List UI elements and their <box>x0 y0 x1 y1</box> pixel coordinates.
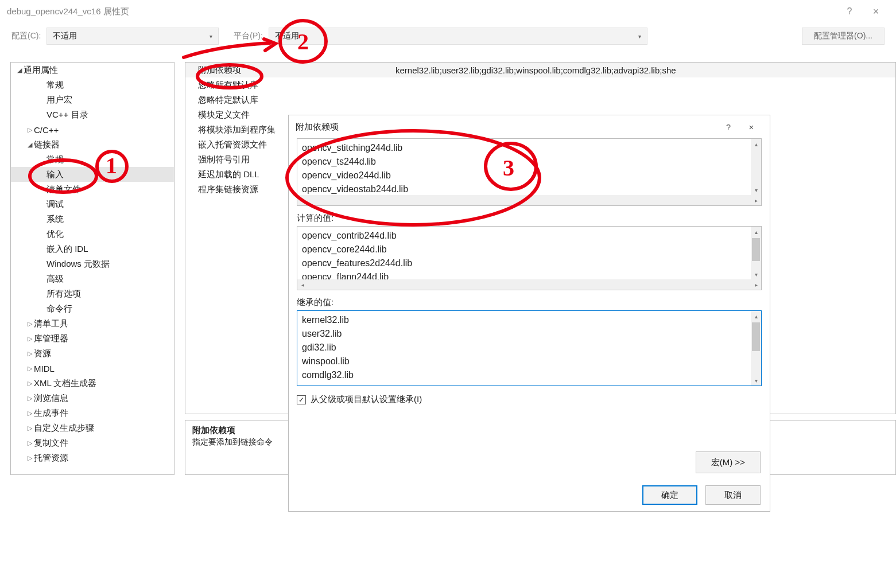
tree-item-label: 清单文件 <box>46 184 81 195</box>
scroll-thumb[interactable] <box>752 238 760 261</box>
scroll-down-icon[interactable]: ▾ <box>751 269 761 279</box>
scroll-up-icon[interactable]: ▴ <box>751 227 761 237</box>
tree-item-label: 库管理器 <box>34 333 68 344</box>
tree-item[interactable]: ▷XML 文档生成器 <box>11 376 174 391</box>
scroll-left-icon[interactable]: ◂ <box>297 197 308 204</box>
scroll-right-icon[interactable]: ▸ <box>751 197 761 204</box>
tree-item[interactable]: 所有选项 <box>11 286 174 301</box>
tree-item[interactable]: VC++ 目录 <box>11 107 174 122</box>
tree-item[interactable]: 用户宏 <box>11 92 174 107</box>
scroll-up-icon[interactable]: ▴ <box>751 139 761 149</box>
inherit-checkbox-row[interactable]: ✓ 从父级或项目默认设置继承(I) <box>297 394 762 405</box>
computed-listbox[interactable]: opencv_contrib244d.libopencv_core244d.li… <box>297 226 762 290</box>
tree-item[interactable]: Windows 元数据 <box>11 256 174 271</box>
scroll-left-icon[interactable]: ◂ <box>297 282 308 288</box>
tree-root-label: 通用属性 <box>24 65 58 76</box>
scrollbar-horizontal[interactable]: ◂ ▸ <box>297 279 761 290</box>
inherit-label: 继承的值: <box>297 297 762 308</box>
platform-label: 平台(P): <box>234 31 263 41</box>
tree-item[interactable]: ▷清单工具 <box>11 316 174 331</box>
scroll-down-icon[interactable]: ▾ <box>751 375 761 385</box>
property-row[interactable]: 附加依赖项kernel32.lib;user32.lib;gdi32.lib;w… <box>185 63 895 77</box>
scroll-right-icon[interactable]: ▸ <box>751 282 761 288</box>
expand-icon[interactable]: ▷ <box>26 439 34 447</box>
inherit-checkbox-label: 从父级或项目默认设置继承(I) <box>311 394 422 405</box>
titlebar: debug_opencv244_vc16 属性页 ? × <box>0 0 896 23</box>
scrollbar-horizontal[interactable]: ◂ ▸ <box>297 195 761 205</box>
ok-button[interactable]: 确定 <box>642 485 697 505</box>
tree-item[interactable]: ◢链接器 <box>11 137 174 152</box>
tree-item[interactable]: ▷库管理器 <box>11 331 174 346</box>
property-tree[interactable]: ◢ 通用属性 常规用户宏VC++ 目录▷C/C++◢链接器常规输入清单文件调试系… <box>10 62 174 475</box>
scroll-down-icon[interactable]: ▾ <box>751 185 761 195</box>
scroll-thumb[interactable] <box>752 322 760 351</box>
tree-item-label: 托管资源 <box>34 453 68 464</box>
tree-item-label: 调试 <box>46 199 64 210</box>
tree-root[interactable]: ◢ 通用属性 <box>11 63 174 77</box>
scrollbar-vertical[interactable]: ▴ ▾ <box>751 227 761 279</box>
tree-item[interactable]: 常规 <box>11 152 174 167</box>
expand-icon[interactable]: ▷ <box>26 410 34 417</box>
property-label: 忽略所有默认库 <box>185 80 392 91</box>
tree-item[interactable]: ▷复制文件 <box>11 435 174 450</box>
help-button[interactable]: ? <box>836 6 863 17</box>
tree-item[interactable]: 命令行 <box>11 301 174 316</box>
tree-item[interactable]: ▷C/C++ <box>11 122 174 137</box>
expand-icon[interactable]: ▷ <box>26 425 34 432</box>
tree-item[interactable]: 常规 <box>11 77 174 92</box>
tree-item[interactable]: 调试 <box>11 197 174 212</box>
tree-item[interactable]: 高级 <box>11 271 174 286</box>
checkbox-checked-icon[interactable]: ✓ <box>297 395 306 404</box>
macro-button[interactable]: 宏(M) >> <box>696 451 761 473</box>
tree-item-label: 自定义生成步骤 <box>34 423 94 434</box>
deps-edit-content[interactable]: opencv_stitching244d.libopencv_ts244d.li… <box>297 139 761 195</box>
dialog-title: 附加依赖项 <box>296 122 339 133</box>
dialog-close-button[interactable]: × <box>740 122 763 132</box>
tree-item[interactable]: ▷MIDL <box>11 361 174 376</box>
scroll-up-icon[interactable]: ▴ <box>751 311 761 321</box>
inherit-listbox[interactable]: kernel32.libuser32.libgdi32.libwinspool.… <box>297 310 762 386</box>
expand-icon[interactable]: ▷ <box>26 126 34 134</box>
tree-item[interactable]: ▷资源 <box>11 346 174 361</box>
expand-icon[interactable]: ▷ <box>26 365 34 372</box>
tree-item-label: 高级 <box>46 274 64 285</box>
tree-item[interactable]: 输入 <box>11 167 174 182</box>
tree-item[interactable]: ▷托管资源 <box>11 450 174 465</box>
tree-item[interactable]: ▷浏览信息 <box>11 391 174 406</box>
deps-edit-box[interactable]: opencv_stitching244d.libopencv_ts244d.li… <box>297 138 762 206</box>
expand-icon[interactable]: ▷ <box>26 320 34 328</box>
tree-item[interactable]: 清单文件 <box>11 182 174 197</box>
scrollbar-vertical[interactable]: ▴ ▾ <box>751 311 761 385</box>
property-row[interactable]: 忽略所有默认库 <box>185 77 895 92</box>
expand-icon[interactable]: ◢ <box>15 67 24 74</box>
platform-dropdown[interactable]: 不适用 ▾ <box>269 28 647 45</box>
property-row[interactable]: 忽略特定默认库 <box>185 92 895 107</box>
tree-item-label: 用户宏 <box>46 95 72 106</box>
tree-item-label: C/C++ <box>34 125 59 135</box>
tree-item-label: 资源 <box>34 348 51 359</box>
expand-icon[interactable]: ▷ <box>26 335 34 342</box>
expand-icon[interactable]: ▷ <box>26 380 34 387</box>
tree-item[interactable]: ▷自定义生成步骤 <box>11 420 174 435</box>
config-manager-button[interactable]: 配置管理器(O)... <box>802 28 885 45</box>
scrollbar-vertical[interactable]: ▴ ▾ <box>751 139 761 195</box>
tree-item-label: MIDL <box>34 364 55 373</box>
expand-icon[interactable]: ▷ <box>26 395 34 402</box>
expand-icon[interactable]: ▷ <box>26 350 34 357</box>
list-line: opencv_ts244d.lib <box>302 155 757 169</box>
tree-item-label: Windows 元数据 <box>46 259 110 270</box>
dialog-help-button[interactable]: ? <box>717 122 740 132</box>
tree-item[interactable]: ▷生成事件 <box>11 406 174 420</box>
config-dropdown[interactable]: 不适用 ▾ <box>46 28 219 45</box>
dialog-titlebar: 附加依赖项 ? × <box>289 115 770 138</box>
property-value: kernel32.lib;user32.lib;gdi32.lib;winspo… <box>392 65 895 75</box>
tree-item-label: 优化 <box>46 229 64 240</box>
tree-item[interactable]: 优化 <box>11 227 174 242</box>
close-button[interactable]: × <box>863 6 889 18</box>
expand-icon[interactable]: ◢ <box>26 141 34 149</box>
expand-icon[interactable]: ▷ <box>26 454 34 462</box>
tree-item[interactable]: 嵌入的 IDL <box>11 242 174 256</box>
tree-item[interactable]: 系统 <box>11 212 174 227</box>
chevron-down-icon: ▾ <box>210 33 212 40</box>
cancel-button[interactable]: 取消 <box>705 485 761 505</box>
